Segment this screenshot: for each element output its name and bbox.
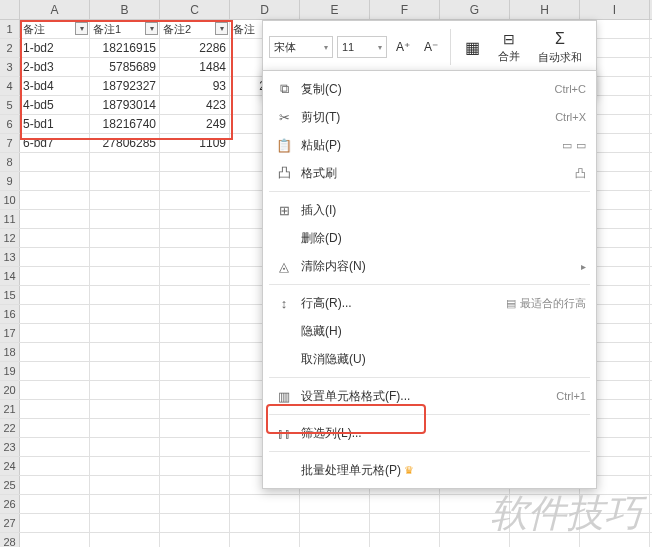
cell-H27[interactable] [510, 514, 580, 532]
paint-option[interactable]: 凸 [575, 166, 586, 181]
cell-I26[interactable] [580, 495, 650, 513]
cell-A6[interactable]: 5-bd1 [20, 115, 90, 133]
cell-B17[interactable] [90, 324, 160, 342]
menu-format-cells[interactable]: ▥ 设置单元格格式(F)... Ctrl+1 [263, 382, 596, 410]
cell-B2[interactable]: 18216915 [90, 39, 160, 57]
cell-C15[interactable] [160, 286, 230, 304]
cell-A3[interactable]: 2-bd3 [20, 58, 90, 76]
cell-D27[interactable] [230, 514, 300, 532]
cell-C26[interactable] [160, 495, 230, 513]
best-row-height[interactable]: ▤最适合的行高 [506, 296, 586, 311]
row-header[interactable]: 20 [0, 381, 20, 399]
cell-C5[interactable]: 423 [160, 96, 230, 114]
cell-A7[interactable]: 6-bd7 [20, 134, 90, 152]
cell-B20[interactable] [90, 381, 160, 399]
cell-C27[interactable] [160, 514, 230, 532]
cell-B1[interactable]: 备注1▾ [90, 20, 160, 38]
cell-F27[interactable] [370, 514, 440, 532]
cell-A8[interactable] [20, 153, 90, 171]
table-style-button[interactable]: ▦ [458, 25, 487, 69]
cell-C17[interactable] [160, 324, 230, 342]
cell-A15[interactable] [20, 286, 90, 304]
cell-A28[interactable] [20, 533, 90, 547]
cell-I28[interactable] [580, 533, 650, 547]
row-header[interactable]: 6 [0, 115, 20, 133]
row-header[interactable]: 12 [0, 229, 20, 247]
cell-B19[interactable] [90, 362, 160, 380]
cell-C28[interactable] [160, 533, 230, 547]
cell-G28[interactable] [440, 533, 510, 547]
row-header[interactable]: 26 [0, 495, 20, 513]
row-header[interactable]: 1 [0, 20, 20, 38]
col-header-H[interactable]: H [510, 0, 580, 19]
row-header[interactable]: 14 [0, 267, 20, 285]
row-header[interactable]: 23 [0, 438, 20, 456]
cell-F28[interactable] [370, 533, 440, 547]
font-size-select[interactable]: 11▾ [337, 36, 387, 58]
col-header-F[interactable]: F [370, 0, 440, 19]
cell-E27[interactable] [300, 514, 370, 532]
cell-A14[interactable] [20, 267, 90, 285]
cell-C24[interactable] [160, 457, 230, 475]
cell-B12[interactable] [90, 229, 160, 247]
cell-B3[interactable]: 5785689 [90, 58, 160, 76]
cell-B4[interactable]: 18792327 [90, 77, 160, 95]
cell-G26[interactable] [440, 495, 510, 513]
row-header[interactable]: 3 [0, 58, 20, 76]
cell-D28[interactable] [230, 533, 300, 547]
row-header[interactable]: 8 [0, 153, 20, 171]
filter-dropdown-button[interactable]: ▾ [145, 22, 158, 35]
autosum-button[interactable]: Σ自动求和 [531, 25, 589, 69]
cell-C14[interactable] [160, 267, 230, 285]
cell-A25[interactable] [20, 476, 90, 494]
cell-C11[interactable] [160, 210, 230, 228]
cell-B18[interactable] [90, 343, 160, 361]
cell-H28[interactable] [510, 533, 580, 547]
row-header[interactable]: 22 [0, 419, 20, 437]
menu-insert[interactable]: ⊞ 插入(I) [263, 196, 596, 224]
row-header[interactable]: 18 [0, 343, 20, 361]
col-header-I[interactable]: I [580, 0, 650, 19]
col-header-D[interactable]: D [230, 0, 300, 19]
cell-B13[interactable] [90, 248, 160, 266]
row-header[interactable]: 28 [0, 533, 20, 547]
menu-cut[interactable]: ✂ 剪切(T) Ctrl+X [263, 103, 596, 131]
menu-unhide[interactable]: 取消隐藏(U) [263, 345, 596, 373]
row-header[interactable]: 16 [0, 305, 20, 323]
cell-C3[interactable]: 1484 [160, 58, 230, 76]
increase-font-button[interactable]: A⁺ [391, 36, 415, 58]
row-header[interactable]: 21 [0, 400, 20, 418]
cell-A21[interactable] [20, 400, 90, 418]
cell-C18[interactable] [160, 343, 230, 361]
menu-batch-process[interactable]: 批量处理单元格(P)♛ [263, 456, 596, 484]
col-header-B[interactable]: B [90, 0, 160, 19]
menu-clear[interactable]: ◬ 清除内容(N) ▸ [263, 252, 596, 280]
menu-row-height[interactable]: ↕ 行高(R)... ▤最适合的行高 [263, 289, 596, 317]
cell-B24[interactable] [90, 457, 160, 475]
cell-B8[interactable] [90, 153, 160, 171]
cell-A27[interactable] [20, 514, 90, 532]
decrease-font-button[interactable]: A⁻ [419, 36, 443, 58]
row-header[interactable]: 24 [0, 457, 20, 475]
cell-C19[interactable] [160, 362, 230, 380]
merge-button[interactable]: ⊟合并 [491, 25, 527, 69]
menu-copy[interactable]: ⧉ 复制(C) Ctrl+C [263, 75, 596, 103]
cell-B16[interactable] [90, 305, 160, 323]
cell-A1[interactable]: 备注▾ [20, 20, 90, 38]
cell-C7[interactable]: 1109 [160, 134, 230, 152]
row-header[interactable]: 17 [0, 324, 20, 342]
cell-B10[interactable] [90, 191, 160, 209]
cell-B5[interactable]: 18793014 [90, 96, 160, 114]
cell-C16[interactable] [160, 305, 230, 323]
row-header[interactable]: 5 [0, 96, 20, 114]
row-header[interactable]: 11 [0, 210, 20, 228]
cell-A4[interactable]: 3-bd4 [20, 77, 90, 95]
cell-C4[interactable]: 93 [160, 77, 230, 95]
cell-E26[interactable] [300, 495, 370, 513]
paste-options[interactable]: ▭▭ [562, 139, 586, 152]
cell-F26[interactable] [370, 495, 440, 513]
col-header-E[interactable]: E [300, 0, 370, 19]
cell-C20[interactable] [160, 381, 230, 399]
menu-format-painter[interactable]: 凸 格式刷 凸 [263, 159, 596, 187]
filter-dropdown-button[interactable]: ▾ [75, 22, 88, 35]
